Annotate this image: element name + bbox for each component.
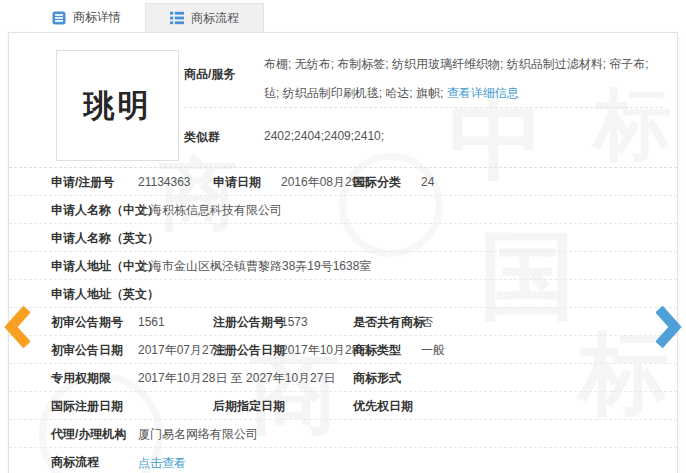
- field-value: 一般: [421, 341, 445, 358]
- trademark-detail-panel: 中 国 商 标 商 标 珧明 商品/服务 布棚; 无纺布; 布制标签; 纺织用玻…: [8, 32, 678, 473]
- field-label: 商标类型: [353, 341, 401, 358]
- next-button[interactable]: [656, 305, 682, 349]
- table-row-intl-dates: 国际注册日期 后期指定日期 优先权日期: [9, 392, 677, 420]
- field-value: 1561: [138, 315, 165, 329]
- divider: [184, 107, 663, 108]
- similar-group-value: 2402;2404;2409;2410;: [264, 129, 384, 143]
- field-value: 厦门易名网络有限公司: [138, 425, 258, 442]
- field-value: 上海市金山区枫泾镇曹黎路38弄19号1638室: [138, 257, 371, 274]
- field-label: 后期指定日期: [213, 397, 285, 414]
- field-label: 商标形式: [353, 369, 401, 386]
- goods-services-value: 布棚; 无纺布; 布制标签; 纺织用玻璃纤维织物; 纺织品制过滤材料; 帘子布;…: [264, 50, 664, 108]
- tab-trademark-process[interactable]: 商标流程: [145, 3, 264, 32]
- field-value: 上海积栋信息科技有限公司: [138, 201, 282, 218]
- view-details-link[interactable]: 查看详细信息: [447, 86, 519, 100]
- field-value: 2017年10月28日 至 2027年10月27日: [138, 369, 335, 386]
- field-label: 国际分类: [353, 173, 401, 190]
- table-row-registration: 申请/注册号 21134363 申请日期 2016年08月29日 国际分类 24: [9, 168, 677, 196]
- table-row-publication-date: 初审公告日期 2017年07月27日 注册公告日期 2017年10月28日 商标…: [9, 336, 677, 364]
- field-value: 1573: [281, 315, 308, 329]
- table-row-process: 商标流程 点击查看: [9, 448, 677, 473]
- previous-button[interactable]: [4, 305, 30, 349]
- field-label: 代理/办理机构: [51, 425, 126, 442]
- field-label: 优先权日期: [353, 397, 413, 414]
- field-label: 国际注册日期: [51, 397, 123, 414]
- field-label: 初审公告日期: [51, 341, 123, 358]
- field-label: 注册公告期号: [213, 313, 285, 330]
- table-row-applicant-en: 申请人名称（英文）: [9, 224, 677, 252]
- click-to-view-link[interactable]: 点击查看: [138, 455, 186, 469]
- field-label: 初审公告期号: [51, 313, 123, 330]
- table-row-address-cn: 申请人地址（中文） 上海市金山区枫泾镇曹黎路38弄19号1638室: [9, 252, 677, 280]
- table-row-applicant-cn: 申请人名称（中文） 上海积栋信息科技有限公司: [9, 196, 677, 224]
- field-label: 专用权期限: [51, 369, 111, 386]
- field-label: 注册公告日期: [213, 341, 285, 358]
- chevron-left-icon: [4, 335, 30, 352]
- field-label: 申请日期: [213, 173, 261, 190]
- list-icon: [170, 11, 184, 25]
- trademark-image: 珧明: [56, 50, 179, 161]
- tab-trademark-details[interactable]: 商标详情: [28, 3, 145, 32]
- field-label: 商品/服务: [184, 66, 235, 83]
- tab-label: 商标流程: [191, 10, 239, 27]
- tab-label: 商标详情: [73, 9, 121, 26]
- field-value: 否: [421, 313, 433, 330]
- tab-bar: 商标详情 商标流程: [28, 3, 264, 32]
- chevron-right-icon: [656, 335, 682, 352]
- field-label: 申请人名称（英文）: [51, 229, 159, 246]
- table-row-right-period: 专用权期限 2017年10月28日 至 2027年10月27日 商标形式: [9, 364, 677, 392]
- field-label: 申请/注册号: [51, 173, 114, 190]
- trademark-name: 珧明: [84, 85, 152, 127]
- field-label: 商标流程: [51, 453, 99, 470]
- field-label: 申请人地址（英文）: [51, 285, 159, 302]
- field-label: 是否共有商标: [353, 313, 425, 330]
- trademark-summary-section: 珧明 商品/服务 布棚; 无纺布; 布制标签; 纺织用玻璃纤维织物; 纺织品制过…: [9, 33, 677, 167]
- table-row-address-en: 申请人地址（英文）: [9, 280, 677, 308]
- field-value: 21134363: [138, 175, 191, 189]
- field-label: 类似群: [184, 129, 220, 146]
- field-value: 24: [421, 175, 434, 189]
- table-row-agency: 代理/办理机构 厦门易名网络有限公司: [9, 420, 677, 448]
- table-row-publication-no: 初审公告期号 1561 注册公告期号 1573 是否共有商标 否: [9, 308, 677, 336]
- detail-table: 申请/注册号 21134363 申请日期 2016年08月29日 国际分类 24…: [9, 167, 677, 473]
- document-icon: [52, 11, 66, 25]
